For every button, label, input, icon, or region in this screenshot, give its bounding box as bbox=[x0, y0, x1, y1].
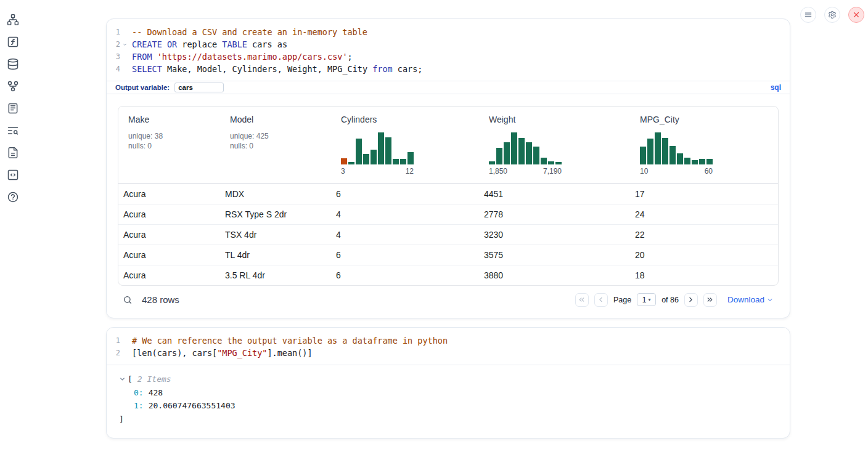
scratchpad-icon[interactable] bbox=[7, 102, 19, 115]
settings-button[interactable] bbox=[824, 7, 840, 23]
tree-root-line: [ 2 Items bbox=[119, 373, 790, 386]
page-label: Page bbox=[613, 296, 631, 304]
table-cell: 4 bbox=[331, 230, 479, 240]
histogram-bar bbox=[684, 158, 690, 164]
data-sources-icon[interactable] bbox=[7, 58, 19, 70]
help-icon[interactable] bbox=[7, 191, 19, 203]
page-count-label: of 86 bbox=[661, 296, 679, 304]
table-header: Makeunique: 38nulls: 0Modelunique: 425nu… bbox=[118, 107, 778, 184]
last-page-button[interactable] bbox=[703, 293, 717, 307]
histogram-bar bbox=[518, 138, 525, 164]
histogram-bar bbox=[662, 138, 668, 164]
file-explorer-icon[interactable] bbox=[7, 14, 19, 26]
table-row[interactable]: AcuraTL 4dr6357520 bbox=[118, 245, 778, 265]
language-badge[interactable]: sql bbox=[771, 83, 781, 92]
code-line[interactable]: 2[len(cars), cars["MPG_City"].mean()] bbox=[107, 347, 790, 359]
column-header[interactable]: Makeunique: 38nulls: 0 bbox=[118, 114, 220, 176]
collapse-chevron-icon[interactable] bbox=[119, 376, 126, 382]
code-line[interactable]: 2CREATE OR replace TABLE cars as bbox=[107, 38, 790, 51]
tree-entries: 0:4281:20.060747663551403 bbox=[119, 386, 790, 413]
panel-sidebar bbox=[0, 0, 26, 203]
table-row[interactable]: AcuraRSX Type S 2dr4277824 bbox=[118, 204, 778, 224]
code-text: CREATE OR replace TABLE cars as bbox=[129, 39, 287, 49]
output-variable-input[interactable] bbox=[174, 83, 224, 92]
tree-entry-value: 20.060747663551403 bbox=[149, 401, 235, 410]
column-header[interactable]: MPG_City1060 bbox=[630, 114, 778, 176]
code-text: # We can reference the output variable a… bbox=[129, 336, 448, 346]
tree-entry-key: 0: bbox=[134, 388, 144, 397]
table-row[interactable]: AcuraMDX6445117 bbox=[118, 184, 778, 204]
code-text: SELECT Make, Model, Cylinders, Weight, M… bbox=[129, 64, 422, 74]
code-line[interactable]: 1-- Download a CSV and create an in-memo… bbox=[107, 26, 790, 38]
column-histogram[interactable]: 312 bbox=[341, 132, 414, 176]
histogram-bar bbox=[385, 137, 391, 164]
logs-icon[interactable] bbox=[7, 124, 19, 137]
code-line[interactable]: 1# We can reference the output variable … bbox=[107, 334, 790, 347]
table-cell: 3880 bbox=[479, 270, 630, 280]
column-header[interactable]: Weight1,8507,190 bbox=[479, 114, 630, 176]
dependencies-icon[interactable] bbox=[7, 80, 19, 92]
histogram-bar bbox=[348, 162, 354, 164]
list-output: [ 2 Items 0:4281:20.060747663551403 ] bbox=[107, 365, 790, 426]
first-page-button[interactable] bbox=[575, 293, 589, 307]
column-histogram[interactable]: 1060 bbox=[640, 132, 713, 176]
prev-page-button[interactable] bbox=[594, 293, 608, 307]
column-header[interactable]: Modelunique: 425nulls: 0 bbox=[220, 114, 331, 176]
table-cell: 3575 bbox=[479, 250, 630, 260]
chevrons-right-icon bbox=[706, 296, 714, 304]
data-table: Makeunique: 38nulls: 0Modelunique: 425nu… bbox=[118, 106, 779, 286]
python-code-editor[interactable]: 1# We can reference the output variable … bbox=[107, 328, 790, 365]
select-caret-icon: ▾ bbox=[648, 297, 650, 302]
output-variable-row: Output variable: sql bbox=[107, 81, 790, 94]
snippets-icon[interactable] bbox=[7, 169, 19, 181]
histogram-range: 312 bbox=[341, 167, 414, 176]
table-cell: Acura bbox=[118, 209, 220, 219]
line-number: 2 bbox=[107, 40, 120, 49]
line-number: 1 bbox=[107, 336, 120, 345]
gear-icon bbox=[828, 10, 837, 19]
histogram-bars bbox=[640, 132, 713, 164]
code-line[interactable]: 3FROM 'https://datasets.marimo.app/cars.… bbox=[107, 51, 790, 63]
code-text: [len(cars), cars["MPG_City"].mean()] bbox=[129, 348, 313, 358]
column-name: MPG_City bbox=[640, 114, 778, 125]
column-histogram[interactable]: 1,8507,190 bbox=[489, 132, 562, 176]
variables-icon[interactable] bbox=[7, 36, 19, 48]
table-row[interactable]: AcuraTSX 4dr4323022 bbox=[118, 224, 778, 245]
column-stats: unique: 38nulls: 0 bbox=[128, 131, 220, 151]
page-select[interactable]: 1 ▾ bbox=[637, 293, 656, 306]
histogram-bar bbox=[393, 159, 399, 164]
page-select-value: 1 bbox=[642, 296, 647, 304]
tree-entry-key: 1: bbox=[134, 401, 144, 410]
column-name: Make bbox=[128, 114, 220, 125]
fold-spacer bbox=[120, 66, 129, 72]
menu-button[interactable] bbox=[800, 7, 816, 23]
table-cell: 4 bbox=[331, 209, 479, 219]
table-cell: TSX 4dr bbox=[220, 230, 331, 240]
fold-chevron-icon[interactable] bbox=[120, 41, 129, 47]
close-bracket: ] bbox=[119, 413, 790, 426]
table-cell: MDX bbox=[220, 189, 331, 199]
hamburger-menu-icon bbox=[804, 10, 813, 19]
histogram-bar bbox=[533, 147, 539, 164]
column-name: Weight bbox=[489, 114, 630, 125]
table-footer: 428 rows Page 1 ▾ of 86 Download bbox=[118, 281, 779, 318]
histogram-bar bbox=[526, 142, 532, 164]
histogram-bar bbox=[692, 160, 698, 164]
download-button[interactable]: Download bbox=[727, 295, 774, 304]
python-cell: 1# We can reference the output variable … bbox=[106, 327, 790, 439]
histogram-bar bbox=[677, 153, 683, 164]
search-icon[interactable] bbox=[123, 295, 133, 305]
histogram-bar bbox=[363, 154, 369, 164]
code-line[interactable]: 4SELECT Make, Model, Cylinders, Weight, … bbox=[107, 63, 790, 75]
histogram-range: 1,8507,190 bbox=[489, 167, 562, 176]
sql-code-editor[interactable]: 1-- Download a CSV and create an in-memo… bbox=[107, 19, 790, 81]
download-label: Download bbox=[727, 295, 764, 304]
documentation-icon[interactable] bbox=[7, 147, 19, 159]
histogram-bar bbox=[655, 132, 661, 164]
next-page-button[interactable] bbox=[684, 293, 698, 307]
shutdown-button[interactable] bbox=[848, 7, 864, 23]
sql-cell: 1-- Download a CSV and create an in-memo… bbox=[106, 18, 790, 318]
histogram-bar bbox=[647, 139, 653, 164]
column-header[interactable]: Cylinders312 bbox=[331, 114, 479, 176]
chevrons-left-icon bbox=[578, 296, 586, 304]
